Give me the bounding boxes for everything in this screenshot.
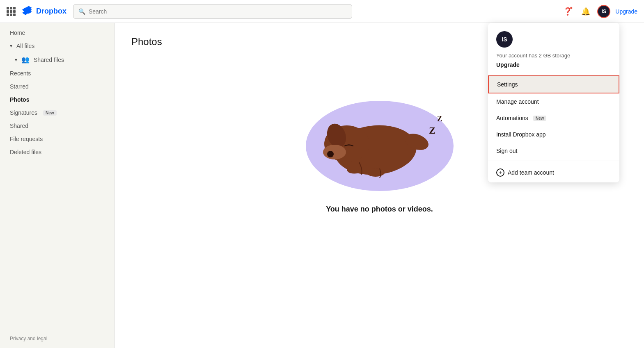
dropdown-header: IS Your account has 2 GB storage Upgrade xyxy=(488,23,619,75)
storage-text: Your account has 2 GB storage xyxy=(496,52,611,59)
privacy-legal-link[interactable]: Privacy and legal xyxy=(10,336,47,341)
account-dropdown: IS Your account has 2 GB storage Upgrade… xyxy=(488,23,619,182)
logo-text: Dropbox xyxy=(36,7,66,16)
settings-label: Settings xyxy=(497,81,518,88)
sidebar-item-photos[interactable]: Photos xyxy=(0,93,115,106)
all-files-label: All files xyxy=(16,43,34,49)
home-label: Home xyxy=(10,30,25,36)
deleted-files-label: Deleted files xyxy=(10,149,41,155)
dropbox-logo[interactable]: Dropbox xyxy=(21,5,66,18)
svg-point-10 xyxy=(327,151,334,157)
dropdown-avatar: IS xyxy=(496,31,513,48)
sidebar-item-signatures[interactable]: Signatures New xyxy=(0,106,115,119)
sidebar-bottom[interactable]: Privacy and legal xyxy=(0,332,115,345)
empty-state-text: You have no photos or videos. xyxy=(326,205,433,214)
bell-icon: 🔔 xyxy=(581,7,590,16)
shared-files-folder-icon: 👥 xyxy=(21,56,30,64)
signatures-badge: New xyxy=(43,110,57,116)
svg-text:Z: Z xyxy=(437,115,442,123)
starred-label: Starred xyxy=(10,83,29,90)
user-avatar-button[interactable]: IS xyxy=(597,5,610,18)
grid-menu-icon[interactable] xyxy=(7,7,16,16)
photos-label: Photos xyxy=(10,96,29,103)
dog-illustration: Z Z xyxy=(293,64,466,195)
shared-label: Shared xyxy=(10,123,28,129)
automations-badge: New xyxy=(533,116,547,121)
search-icon: 🔍 xyxy=(78,8,85,15)
sidebar: Home ▾ All files ▾ 👥 Shared files Recent… xyxy=(0,23,115,348)
dropdown-settings-item[interactable]: Settings xyxy=(488,75,619,93)
search-bar[interactable]: 🔍 xyxy=(73,4,352,19)
sign-out-label: Sign out xyxy=(496,148,517,154)
search-input[interactable] xyxy=(89,8,347,15)
upgrade-link[interactable]: Upgrade xyxy=(615,8,637,15)
sidebar-item-home[interactable]: Home xyxy=(0,26,115,39)
install-app-label: Install Dropbox app xyxy=(496,131,546,138)
chevron-shared-files: ▾ xyxy=(15,57,17,63)
header-left: Dropbox xyxy=(7,5,66,18)
dropdown-manage-account-item[interactable]: Manage account xyxy=(488,93,619,110)
svg-point-13 xyxy=(367,168,385,177)
sidebar-item-shared[interactable]: Shared xyxy=(0,119,115,132)
signatures-label: Signatures xyxy=(10,109,37,116)
add-team-label: Add team account xyxy=(508,169,554,176)
svg-point-9 xyxy=(323,145,346,159)
sidebar-item-all-files[interactable]: ▾ All files xyxy=(0,39,115,52)
dropdown-divider xyxy=(488,161,619,161)
svg-text:Z: Z xyxy=(429,125,435,136)
avatar-initials: IS xyxy=(602,9,606,14)
plus-circle-icon: + xyxy=(496,168,504,177)
dropdown-install-app-item[interactable]: Install Dropbox app xyxy=(488,126,619,143)
sidebar-item-starred[interactable]: Starred xyxy=(0,80,115,93)
header: Dropbox 🔍 ❓ 🔔 IS Upgrade xyxy=(0,0,644,23)
dropbox-logo-svg xyxy=(21,5,34,18)
help-button[interactable]: ❓ xyxy=(561,5,574,18)
recents-label: Recents xyxy=(10,70,31,77)
chevron-all-files: ▾ xyxy=(10,43,12,49)
sidebar-item-shared-files[interactable]: ▾ 👥 Shared files xyxy=(0,52,115,67)
sidebar-item-file-requests[interactable]: File requests xyxy=(0,132,115,146)
dropdown-add-team-item[interactable]: + Add team account xyxy=(488,163,619,182)
dropdown-avatar-row: IS xyxy=(496,31,611,48)
sidebar-item-deleted-files[interactable]: Deleted files xyxy=(0,146,115,159)
shared-files-label: Shared files xyxy=(34,57,64,63)
dropdown-upgrade-button[interactable]: Upgrade xyxy=(496,61,520,68)
dropdown-automations-item[interactable]: Automations New xyxy=(488,110,619,126)
header-right: ❓ 🔔 IS Upgrade xyxy=(561,5,637,18)
automations-label: Automations xyxy=(496,115,528,121)
notifications-button[interactable]: 🔔 xyxy=(579,5,592,18)
manage-account-label: Manage account xyxy=(496,98,539,105)
dropdown-sign-out-item[interactable]: Sign out xyxy=(488,143,619,159)
notification-dot xyxy=(570,7,573,9)
file-requests-label: File requests xyxy=(10,136,43,142)
sidebar-item-recents[interactable]: Recents xyxy=(0,67,115,80)
